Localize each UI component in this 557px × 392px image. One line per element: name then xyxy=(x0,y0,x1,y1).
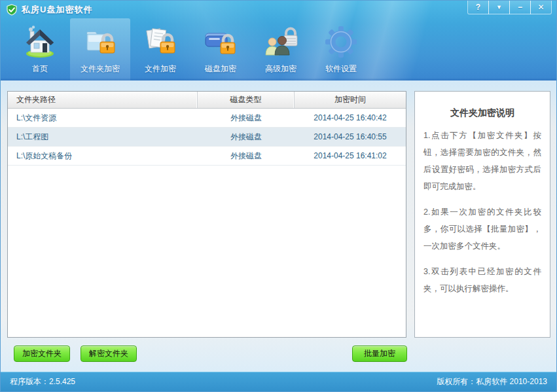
nav-label: 磁盘加密 xyxy=(205,63,236,75)
program-version-text: 程序版本：2.5.425 xyxy=(10,376,75,387)
nav-item-home[interactable]: 首页 xyxy=(10,18,70,80)
nav-label: 软件设置 xyxy=(325,63,357,75)
batch-encrypt-button[interactable]: 批量加密 xyxy=(352,346,407,362)
nav-item-file-encrypt[interactable]: 文件加密 xyxy=(130,18,190,80)
cell-folder-path: L:\原始文稿备份 xyxy=(8,151,198,162)
cell-disk-type: 外接磁盘 xyxy=(198,132,295,143)
shield-check-icon xyxy=(6,4,18,16)
table-row[interactable]: L:\工程图 外接磁盘 2014-04-25 16:40:55 xyxy=(8,128,406,147)
nav-label: 首页 xyxy=(32,63,48,75)
column-header-disk-type[interactable]: 磁盘类型 xyxy=(198,92,295,108)
help-paragraph: 3.双击列表中已经加密的文件夹，可以执行解密操作。 xyxy=(423,263,541,297)
disk-lock-icon xyxy=(204,25,238,59)
cell-disk-type: 外接磁盘 xyxy=(198,151,295,162)
nav-item-folder-encrypt[interactable]: 文件夹加密 xyxy=(70,18,130,80)
encrypted-folders-table: 文件夹路径 磁盘类型 加密时间 L:\文件资源 外接磁盘 2014-04-25 … xyxy=(7,91,406,338)
nav-item-disk-encrypt[interactable]: 磁盘加密 xyxy=(190,18,251,80)
copyright-text: 版权所有：私房软件 2010-2013 xyxy=(437,376,547,387)
cell-folder-path: L:\工程图 xyxy=(8,132,198,143)
table-row[interactable]: L:\文件资源 外接磁盘 2014-04-25 16:40:42 xyxy=(8,109,406,128)
help-panel: 文件夹加密说明 1.点击下方【加密文件夹】按钮，选择需要加密的文件夹，然后设置好… xyxy=(414,91,550,338)
cell-encrypt-time: 2014-04-25 16:41:02 xyxy=(295,151,406,160)
app-header: 私房U盘加密软件 ? ▼ − ✕ xyxy=(1,1,556,80)
help-panel-body: 1.点击下方【加密文件夹】按钮，选择需要加密的文件夹，然后设置好密码，选择加密方… xyxy=(415,127,550,297)
help-panel-title: 文件夹加密说明 xyxy=(415,107,550,119)
cell-encrypt-time: 2014-04-25 16:40:42 xyxy=(295,113,406,122)
nav-item-advanced-encrypt[interactable]: 高级加密 xyxy=(251,18,311,80)
encrypt-folder-button[interactable]: 加密文件夹 xyxy=(14,346,70,362)
table-row[interactable]: L:\原始文稿备份 外接磁盘 2014-04-25 16:41:02 xyxy=(8,147,406,166)
help-paragraph: 2.如果一次加密的文件夹比较多，你可以选择【批量加密】，一次加密多个文件夹。 xyxy=(423,204,541,255)
app-window: 私房U盘加密软件 ? ▼ − ✕ xyxy=(0,0,557,392)
cell-disk-type: 外接磁盘 xyxy=(198,113,295,124)
help-paragraph: 1.点击下方【加密文件夹】按钮，选择需要加密的文件夹，然后设置好密码，选择加密方… xyxy=(423,127,541,195)
nav-label: 文件加密 xyxy=(145,63,176,75)
nav-label: 高级加密 xyxy=(265,63,296,75)
close-button[interactable]: ✕ xyxy=(530,1,552,14)
app-title: 私房U盘加密软件 xyxy=(22,4,92,16)
window-controls: ? ▼ − ✕ xyxy=(468,1,552,14)
column-header-encrypt-time[interactable]: 加密时间 xyxy=(295,92,406,108)
status-bar: 程序版本：2.5.425 版权所有：私房软件 2010-2013 xyxy=(1,372,556,391)
titlebar: 私房U盘加密软件 xyxy=(6,4,92,16)
home-icon xyxy=(23,25,57,59)
cell-encrypt-time: 2014-04-25 16:40:55 xyxy=(295,132,406,141)
main-content: 文件夹路径 磁盘类型 加密时间 L:\文件资源 外接磁盘 2014-04-25 … xyxy=(1,80,556,372)
gear-icon xyxy=(324,25,358,59)
folder-lock-icon xyxy=(83,25,117,59)
minimize-button[interactable]: − xyxy=(509,1,531,14)
help-button[interactable]: ? xyxy=(467,1,489,14)
nav-label: 文件夹加密 xyxy=(81,63,120,75)
nav-item-settings[interactable]: 软件设置 xyxy=(311,18,371,80)
column-header-folder-path[interactable]: 文件夹路径 xyxy=(8,92,198,108)
cell-folder-path: L:\文件资源 xyxy=(8,113,198,124)
decrypt-folder-button[interactable]: 解密文件夹 xyxy=(81,346,137,362)
file-lock-icon xyxy=(143,25,177,59)
users-lock-icon xyxy=(264,25,298,59)
table-header-row: 文件夹路径 磁盘类型 加密时间 xyxy=(8,92,406,109)
toolbar-nav: 首页 文件夹加密 xyxy=(10,18,371,80)
skin-button[interactable]: ▼ xyxy=(488,1,510,14)
